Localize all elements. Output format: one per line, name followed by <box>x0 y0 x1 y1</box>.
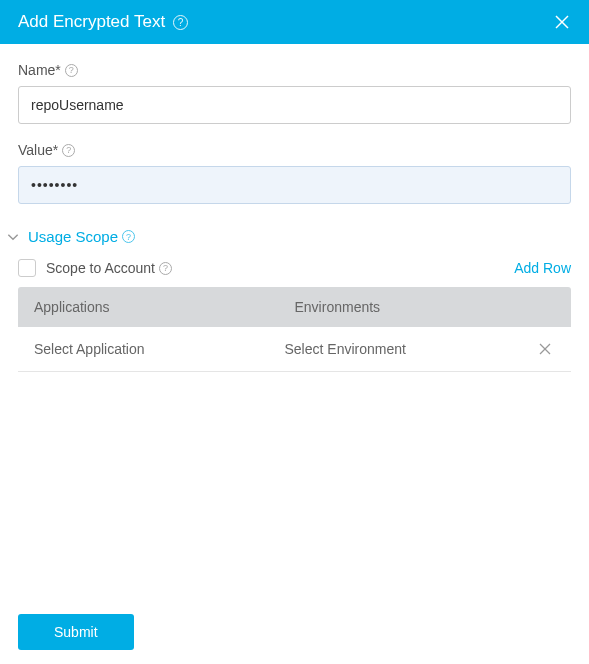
delete-row-icon[interactable] <box>535 343 555 355</box>
environments-column-header: Environments <box>295 299 556 315</box>
name-label-text: Name* <box>18 62 61 78</box>
modal-title: Add Encrypted Text <box>18 12 165 32</box>
help-icon[interactable]: ? <box>122 230 135 243</box>
usage-scope-header[interactable]: Usage Scope ? <box>6 228 571 245</box>
modal-header: Add Encrypted Text ? <box>0 0 589 44</box>
scope-to-account-label-text: Scope to Account <box>46 260 155 276</box>
help-icon[interactable]: ? <box>62 144 75 157</box>
modal-footer: Submit <box>18 614 134 650</box>
name-label: Name* ? <box>18 62 571 78</box>
close-icon[interactable] <box>553 13 571 31</box>
help-icon[interactable]: ? <box>173 15 188 30</box>
usage-scope-title: Usage Scope ? <box>28 228 135 245</box>
table-row: Select Application Select Environment <box>18 327 571 372</box>
chevron-down-icon <box>6 230 20 244</box>
modal-body: Name* ? Value* ? Usage Scope ? Scope to … <box>0 44 589 390</box>
usage-scope-title-text: Usage Scope <box>28 228 118 245</box>
name-input[interactable] <box>18 86 571 124</box>
value-input[interactable] <box>18 166 571 204</box>
scope-to-account-label: Scope to Account ? <box>46 260 172 276</box>
applications-column-header: Applications <box>34 299 295 315</box>
value-label-text: Value* <box>18 142 58 158</box>
scope-options-row: Scope to Account ? Add Row <box>18 259 571 277</box>
name-field-group: Name* ? <box>18 62 571 124</box>
submit-button[interactable]: Submit <box>18 614 134 650</box>
scope-to-account-wrap: Scope to Account ? <box>18 259 172 277</box>
help-icon[interactable]: ? <box>159 262 172 275</box>
table-header: Applications Environments <box>18 287 571 327</box>
select-environment-cell[interactable]: Select Environment <box>285 341 536 357</box>
help-icon[interactable]: ? <box>65 64 78 77</box>
select-application-cell[interactable]: Select Application <box>34 341 285 357</box>
value-label: Value* ? <box>18 142 571 158</box>
scope-to-account-checkbox[interactable] <box>18 259 36 277</box>
value-field-group: Value* ? <box>18 142 571 204</box>
modal-title-wrap: Add Encrypted Text ? <box>18 12 188 32</box>
scope-table: Applications Environments Select Applica… <box>18 287 571 372</box>
add-row-link[interactable]: Add Row <box>514 260 571 276</box>
